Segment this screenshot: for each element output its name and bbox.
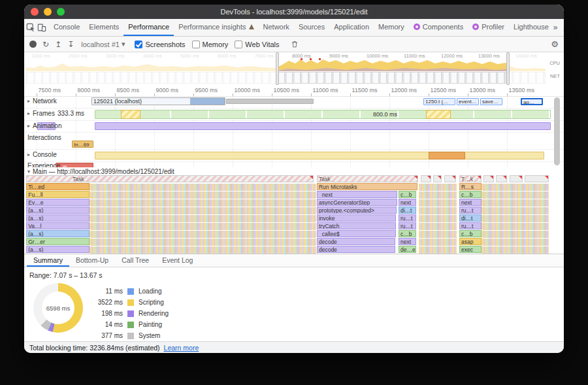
network-bar[interactable]: 125021 (localhost) (91, 97, 225, 105)
checkbox-box[interactable] (135, 41, 142, 48)
main-thread-header[interactable]: ▾ Main — http://localhost:3999/models/12… (24, 167, 564, 175)
tab-sources[interactable]: Sources (294, 19, 329, 36)
network-bar[interactable]: event… (457, 98, 479, 105)
zoom-window-button[interactable] (57, 8, 65, 16)
interactions-bar[interactable]: In…69 (72, 141, 93, 148)
flame-bar[interactable] (510, 175, 523, 182)
flame-bar[interactable] (525, 175, 549, 182)
timeline-vertical-scrollbar[interactable] (554, 97, 560, 165)
flame-bar-asyncgeneratorstep[interactable]: asyncGeneratorStep (317, 199, 397, 206)
timeline-overview[interactable]: 1000 ms2000 ms3000 ms4000 ms5000 ms6000 … (24, 52, 564, 86)
flame-bar[interactable] (421, 175, 432, 182)
tab-performance-insights[interactable]: Performance insights (174, 19, 258, 36)
flame-bar-decode[interactable]: decode (317, 238, 395, 245)
flame-bar-va-l[interactable]: Va…l (26, 222, 90, 229)
flame-bar-di-t[interactable]: di…t (399, 207, 416, 214)
flame-bar-a-s[interactable]: (a…s) (26, 230, 90, 237)
flame-bar-c-b[interactable]: c…b (459, 230, 482, 237)
flame-bar-decode[interactable]: decode (317, 246, 395, 253)
save-profile-icon[interactable]: ↥ (55, 41, 61, 48)
summary-tab-summary[interactable]: Summary (27, 254, 69, 267)
flame-bar-c-b[interactable]: c…b (399, 191, 416, 198)
frames-bar[interactable] (95, 110, 551, 119)
flame-bar-next[interactable]: next (459, 199, 482, 206)
flame-bar-task[interactable]: Task (317, 175, 418, 182)
learn-more-link[interactable]: Learn more (164, 344, 199, 352)
summary-tab-event-log[interactable]: Event Log (155, 254, 199, 267)
flame-bar-asap[interactable]: asap (459, 238, 482, 245)
flame-bar-exec[interactable]: exec (459, 246, 482, 253)
console-track[interactable]: ▸Console (24, 150, 564, 162)
flame-bar-di-t[interactable]: di…t (459, 214, 482, 222)
flame-bar-run-microtasks[interactable]: Run Microtasks (317, 183, 417, 190)
flame-bar-ru-t[interactable]: ru…t (459, 207, 482, 214)
more-tabs-button[interactable]: » (553, 23, 558, 32)
network-track[interactable]: ▸Network 125021 (localhost)1250.t (…even… (24, 96, 564, 109)
network-bar[interactable]: save… (480, 98, 502, 105)
flame-bar-c-b[interactable]: c…b (399, 230, 416, 237)
reload-and-record-icon[interactable]: ↻ (42, 41, 49, 48)
flame-bar-a-s[interactable]: (a…s) (26, 214, 90, 222)
flame-bar-a-s[interactable]: (a…s) (26, 207, 90, 214)
animation-bar[interactable] (95, 122, 551, 130)
inspect-icon[interactable] (26, 21, 35, 34)
flame-bar-next[interactable]: _next (317, 191, 397, 198)
record-button[interactable] (29, 41, 37, 48)
flame-bar-prototype-computed[interactable]: prototype.<computed> (317, 207, 397, 214)
tab-profiler[interactable]: Profiler (468, 19, 509, 36)
summary-tab-bottom-up[interactable]: Bottom-Up (69, 254, 115, 267)
console-bar[interactable] (95, 152, 544, 159)
minimize-window-button[interactable] (44, 8, 52, 16)
tab-performance[interactable]: Performance (123, 19, 174, 36)
flame-bar[interactable] (444, 175, 457, 182)
disclosure-icon[interactable]: ▸ (27, 110, 30, 116)
close-window-button[interactable] (31, 8, 39, 16)
network-bar[interactable]: 1250.t (… (423, 98, 455, 105)
flame-bar-next[interactable]: next (399, 199, 416, 206)
frames-bar[interactable] (121, 110, 140, 119)
flame-bar-fu-ll[interactable]: Fu…ll (26, 191, 90, 198)
flame-bar-trycatch[interactable]: tryCatch (317, 222, 396, 229)
flame-bar-a-s[interactable]: (a…s) (26, 246, 90, 253)
frames-bar[interactable] (426, 110, 451, 119)
flame-bar[interactable] (483, 175, 494, 182)
flame-bar-r-s[interactable]: R…s (459, 183, 482, 190)
warnings-badge[interactable]: 33 (563, 24, 564, 31)
flame-bar-ru-t[interactable]: ru…t (399, 222, 416, 229)
summary-tab-call-tree[interactable]: Call Tree (115, 254, 155, 267)
main-thread-flame-chart[interactable]: TaskTaskT…kTi…edFu…llEv…e(a…s)(a…s)Va…l(… (24, 175, 564, 254)
flame-bar-ru-t[interactable]: ru…t (459, 222, 482, 229)
flame-bar-gr-er[interactable]: Gr…er (26, 238, 90, 245)
tab-network[interactable]: Network (259, 19, 294, 36)
capture-settings-gear-icon[interactable]: ⚙ (551, 39, 559, 49)
network-bar[interactable]: ap… (521, 98, 543, 105)
checkbox-web-vitals[interactable]: Web Vitals (235, 41, 279, 48)
checkbox-box[interactable] (192, 41, 200, 48)
flame-bar[interactable] (496, 175, 507, 182)
disclosure-icon[interactable]: ▸ (27, 152, 30, 158)
selection-handle-right[interactable] (506, 52, 510, 85)
flame-bar-task[interactable]: Task (26, 175, 314, 182)
trash-icon[interactable] (287, 38, 302, 51)
checkbox-screenshots[interactable]: Screenshots (135, 41, 185, 48)
flame-bar-c-b[interactable]: c…b (459, 191, 482, 198)
flame-bar-next[interactable]: next (399, 238, 416, 245)
flame-bar-ev-e[interactable]: Ev…e (26, 199, 90, 206)
flame-bar-ti-ed[interactable]: Ti…ed (26, 183, 90, 190)
device-toolbar-icon[interactable] (37, 21, 46, 34)
tab-memory[interactable]: Memory (374, 19, 409, 36)
flame-bar-callee[interactable]: _callee$ (317, 230, 396, 237)
flame-bar-ru-t[interactable]: ru…t (399, 214, 416, 222)
flame-bar[interactable] (433, 175, 442, 182)
flame-bar-t-k[interactable]: T…k (459, 175, 482, 182)
load-profile-icon[interactable]: ↧ (67, 41, 74, 48)
checkbox-memory[interactable]: Memory (192, 41, 229, 48)
frames-track[interactable]: ▸Frames333.3 ms 800.0 ms (24, 109, 564, 121)
tab-components[interactable]: Components (409, 19, 468, 36)
flame-bar-invoke[interactable]: invoke (317, 214, 396, 222)
network-bar[interactable] (226, 99, 314, 104)
console-bar[interactable] (429, 152, 465, 159)
tab-application[interactable]: Application (329, 19, 374, 36)
frames-bar[interactable]: 800.0 ms (342, 110, 429, 119)
disclosure-icon[interactable]: ▾ (27, 169, 30, 175)
